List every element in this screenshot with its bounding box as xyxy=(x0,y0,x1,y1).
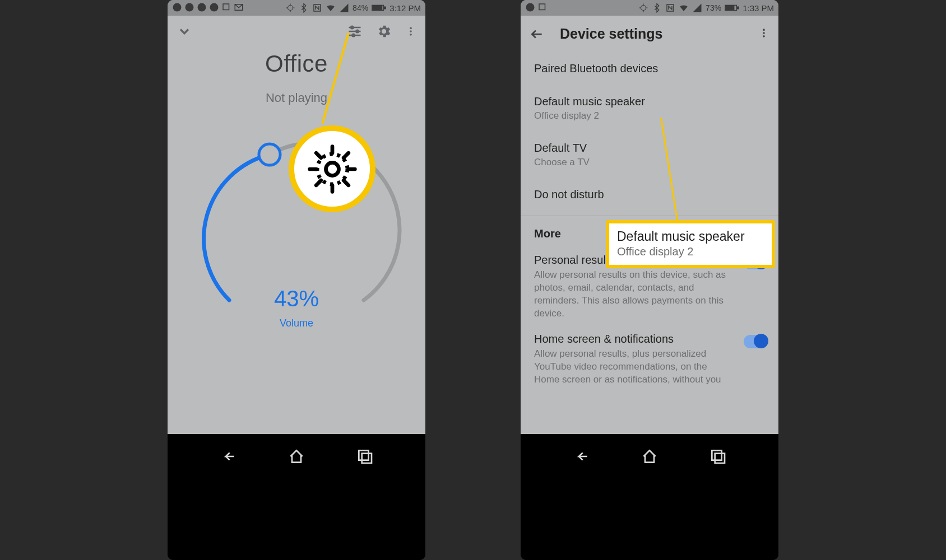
svg-rect-33 xyxy=(715,454,725,463)
callout-subtitle: Office display 2 xyxy=(617,245,764,258)
notif-icon xyxy=(525,2,535,12)
app-bar: Device settings xyxy=(521,16,778,50)
recents-nav-icon[interactable] xyxy=(356,447,374,465)
setting-home-notifications[interactable]: Home screen & notifications Allow person… xyxy=(521,325,778,391)
svg-rect-27 xyxy=(737,7,739,9)
svg-rect-32 xyxy=(712,450,721,460)
setting-description: Allow personal results, plus personalize… xyxy=(534,348,735,386)
signal-icon xyxy=(692,3,702,13)
svg-rect-20 xyxy=(359,450,368,460)
svg-rect-21 xyxy=(362,454,372,463)
svg-point-18 xyxy=(326,162,338,175)
battery-percent: 84% xyxy=(353,3,368,12)
svg-point-12 xyxy=(356,30,359,33)
svg-point-14 xyxy=(410,27,412,29)
setting-title: Default music speaker xyxy=(534,95,765,108)
chevron-down-icon[interactable] xyxy=(177,24,192,39)
clock: 3:12 PM xyxy=(389,3,421,13)
home-app-screen: 84% 3:12 PM Office Not playing xyxy=(168,0,425,434)
app-bar xyxy=(168,16,425,47)
wifi-icon xyxy=(679,3,689,13)
svg-point-3 xyxy=(210,3,219,12)
notif-icon xyxy=(197,2,207,12)
callout-speaker-highlight: Default music speaker Office display 2 xyxy=(606,220,775,268)
device-settings-screen: 73% 1:33 PM Device settings Paired Bluet… xyxy=(521,0,778,434)
callout-gear-highlight xyxy=(289,125,375,212)
svg-rect-23 xyxy=(539,4,545,10)
notif-icon xyxy=(172,2,182,12)
setting-title: Do not disturb xyxy=(534,188,765,201)
page-title: Device settings xyxy=(560,26,662,42)
svg-rect-28 xyxy=(726,6,734,10)
svg-point-16 xyxy=(410,34,412,36)
signal-icon xyxy=(339,3,349,13)
device-name: Office xyxy=(168,50,425,77)
gear-icon[interactable] xyxy=(376,24,392,39)
recents-nav-icon[interactable] xyxy=(709,447,727,465)
nfc-icon xyxy=(312,3,322,13)
svg-point-24 xyxy=(641,6,646,11)
overflow-icon[interactable] xyxy=(758,27,769,41)
battery-icon xyxy=(372,3,386,13)
svg-point-2 xyxy=(198,3,206,12)
svg-point-17 xyxy=(259,144,280,165)
status-bar: 73% 1:33 PM xyxy=(521,0,778,16)
setting-dnd[interactable]: Do not disturb xyxy=(521,178,778,211)
messenger-icon xyxy=(209,2,219,12)
svg-point-15 xyxy=(410,30,412,32)
status-bar: 84% 3:12 PM xyxy=(168,0,425,16)
location-icon xyxy=(285,3,295,13)
svg-point-1 xyxy=(186,3,194,12)
location-icon xyxy=(638,3,648,13)
svg-rect-9 xyxy=(384,7,386,9)
android-nav-bar xyxy=(168,434,425,560)
setting-description: Allow personal results on this device, s… xyxy=(534,269,735,320)
callout-title: Default music speaker xyxy=(617,229,764,244)
back-arrow-icon[interactable] xyxy=(530,27,544,41)
back-nav-icon[interactable] xyxy=(572,447,590,465)
setting-title: Default TV xyxy=(534,142,765,155)
setting-default-tv[interactable]: Default TV Choose a TV xyxy=(521,132,778,178)
setting-subtitle: Office display 2 xyxy=(534,110,765,122)
svg-point-22 xyxy=(526,3,535,12)
svg-point-6 xyxy=(288,6,293,11)
svg-point-11 xyxy=(351,26,354,29)
svg-rect-4 xyxy=(223,4,229,10)
svg-point-29 xyxy=(763,29,765,31)
rect-icon xyxy=(221,2,231,12)
equalizer-icon[interactable] xyxy=(347,24,363,39)
nfc-icon xyxy=(665,3,675,13)
svg-point-0 xyxy=(173,3,182,12)
battery-percent: 73% xyxy=(706,3,721,12)
svg-rect-10 xyxy=(373,6,382,10)
setting-title: Paired Bluetooth devices xyxy=(534,62,765,75)
svg-point-13 xyxy=(352,34,355,37)
setting-default-speaker[interactable]: Default music speaker Office display 2 xyxy=(521,85,778,132)
statusbar-notif-icons xyxy=(172,2,244,12)
divider xyxy=(521,216,778,216)
android-nav-bar xyxy=(521,434,778,560)
now-playing-status: Not playing xyxy=(168,91,425,105)
svg-point-31 xyxy=(763,35,765,38)
gmail-icon xyxy=(234,2,244,12)
overflow-icon[interactable] xyxy=(405,24,416,39)
home-nav-icon[interactable] xyxy=(641,447,659,465)
svg-point-30 xyxy=(763,32,765,34)
setting-paired-bluetooth[interactable]: Paired Bluetooth devices xyxy=(521,52,778,85)
notif-icon xyxy=(184,2,194,12)
home-nav-icon[interactable] xyxy=(287,447,305,465)
bluetooth-icon xyxy=(652,3,662,13)
phone-right: 73% 1:33 PM Device settings Paired Bluet… xyxy=(521,0,778,560)
phone-left: 84% 3:12 PM Office Not playing xyxy=(168,0,425,560)
back-nav-icon[interactable] xyxy=(219,447,237,465)
volume-label: Volume xyxy=(196,318,397,329)
wifi-icon xyxy=(326,3,336,13)
setting-subtitle: Choose a TV xyxy=(534,157,765,168)
setting-title: Home screen & notifications xyxy=(534,333,735,346)
bluetooth-icon xyxy=(299,3,309,13)
rect-icon xyxy=(537,2,548,12)
clock: 1:33 PM xyxy=(743,3,774,13)
toggle-switch[interactable] xyxy=(744,335,767,348)
volume-percent: 43% xyxy=(196,286,397,311)
battery-icon xyxy=(725,3,739,13)
